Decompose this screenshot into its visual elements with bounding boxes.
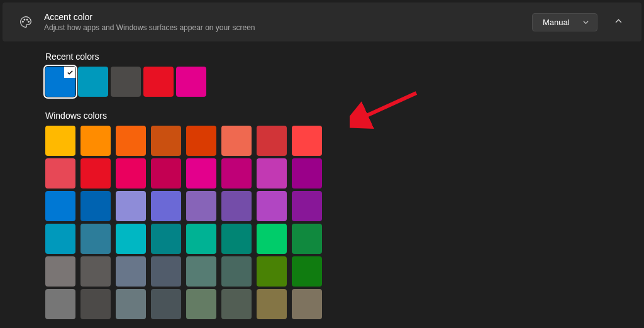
windows-color-swatch[interactable]	[221, 256, 252, 287]
windows-color-swatch[interactable]	[221, 158, 252, 189]
windows-color-swatch[interactable]	[292, 224, 322, 254]
recent-color-swatch[interactable]	[143, 67, 174, 97]
windows-colors-label: Windows colors	[45, 111, 631, 121]
section-subtitle: Adjust how apps and Windows surfaces app…	[44, 23, 532, 32]
windows-color-swatch[interactable]	[80, 256, 111, 287]
collapse-button[interactable]	[608, 11, 629, 33]
checkmark-icon	[64, 67, 75, 78]
windows-colors-grid	[45, 126, 631, 319]
windows-color-swatch[interactable]	[116, 289, 146, 319]
recent-color-swatch[interactable]	[45, 67, 75, 97]
windows-color-swatch[interactable]	[186, 289, 216, 319]
windows-color-swatch[interactable]	[292, 158, 322, 189]
windows-color-swatch[interactable]	[257, 191, 287, 221]
windows-color-swatch[interactable]	[257, 256, 287, 287]
recent-colors-label: Recent colors	[45, 52, 631, 62]
windows-color-swatch[interactable]	[45, 256, 75, 287]
svg-point-2	[26, 19, 28, 20]
windows-color-swatch[interactable]	[151, 191, 181, 221]
windows-color-swatch[interactable]	[221, 191, 252, 221]
svg-point-0	[23, 21, 24, 23]
windows-color-swatch[interactable]	[257, 158, 287, 189]
windows-color-swatch[interactable]	[45, 191, 75, 221]
windows-color-swatch[interactable]	[221, 126, 252, 156]
accent-mode-dropdown[interactable]: Manual	[532, 13, 597, 31]
windows-color-swatch[interactable]	[186, 256, 216, 287]
windows-color-swatch[interactable]	[80, 191, 111, 221]
svg-point-1	[24, 19, 25, 20]
windows-color-swatch[interactable]	[186, 126, 216, 156]
section-title: Accent color	[44, 12, 532, 22]
windows-color-swatch[interactable]	[292, 126, 322, 156]
dropdown-label: Manual	[543, 18, 582, 27]
windows-color-swatch[interactable]	[151, 126, 181, 156]
windows-color-swatch[interactable]	[116, 158, 146, 189]
windows-color-swatch[interactable]	[45, 158, 75, 189]
recent-color-swatch[interactable]	[111, 67, 141, 97]
windows-color-swatch[interactable]	[45, 126, 75, 156]
header-text: Accent color Adjust how apps and Windows…	[44, 12, 532, 32]
chevron-down-icon	[582, 18, 589, 26]
recent-color-swatch[interactable]	[78, 67, 108, 97]
windows-color-swatch[interactable]	[45, 289, 75, 319]
windows-color-swatch[interactable]	[257, 289, 287, 319]
windows-color-swatch[interactable]	[257, 126, 287, 156]
accent-color-header: Accent color Adjust how apps and Windows…	[3, 3, 641, 41]
windows-color-swatch[interactable]	[151, 256, 181, 287]
windows-color-swatch[interactable]	[221, 289, 252, 319]
windows-color-swatch[interactable]	[80, 289, 111, 319]
chevron-up-icon	[614, 16, 623, 28]
windows-color-swatch[interactable]	[151, 224, 181, 254]
windows-color-swatch[interactable]	[292, 289, 322, 319]
palette-icon	[19, 15, 33, 29]
windows-color-swatch[interactable]	[116, 191, 146, 221]
svg-point-3	[28, 21, 30, 23]
windows-color-swatch[interactable]	[116, 126, 146, 156]
windows-color-swatch[interactable]	[292, 256, 322, 287]
windows-color-swatch[interactable]	[45, 224, 75, 254]
windows-color-swatch[interactable]	[151, 158, 181, 189]
windows-color-swatch[interactable]	[116, 224, 146, 254]
windows-color-swatch[interactable]	[186, 191, 216, 221]
windows-color-swatch[interactable]	[80, 224, 111, 254]
windows-color-swatch[interactable]	[186, 224, 216, 254]
windows-color-swatch[interactable]	[80, 158, 111, 189]
windows-color-swatch[interactable]	[151, 289, 181, 319]
windows-color-swatch[interactable]	[257, 224, 287, 254]
recent-colors-row	[45, 67, 631, 97]
recent-color-swatch[interactable]	[176, 67, 206, 97]
windows-color-swatch[interactable]	[116, 256, 146, 287]
windows-color-swatch[interactable]	[221, 224, 252, 254]
windows-color-swatch[interactable]	[186, 158, 216, 189]
windows-color-swatch[interactable]	[80, 126, 111, 156]
windows-color-swatch[interactable]	[292, 191, 322, 221]
